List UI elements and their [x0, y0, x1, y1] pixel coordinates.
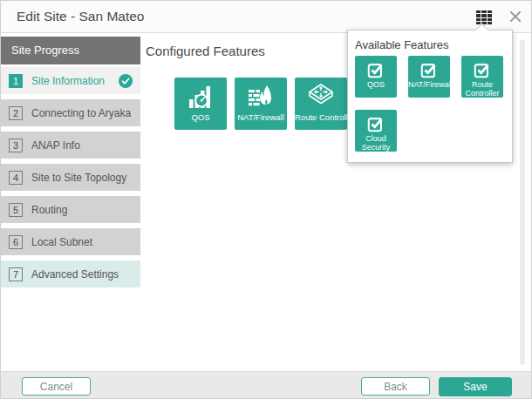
site-progress-header: Site Progress	[1, 37, 140, 64]
firewall-bricks-flame-icon	[244, 81, 277, 112]
close-button[interactable]	[508, 9, 523, 24]
sidebar-item-site-information[interactable]: 1 Site Information	[1, 67, 140, 94]
step-number-badge: 4	[9, 171, 23, 185]
step-completed-check-icon	[119, 74, 133, 88]
qos-bar-chart-gauge-icon	[184, 81, 217, 112]
sidebar-item-anap-info[interactable]: 3 ANAP Info	[1, 132, 140, 159]
edit-site-dialog: Edit Site - San Mateo Site Progress 1 Si…	[0, 0, 532, 399]
configured-features-heading: Configured Features	[146, 44, 265, 58]
sidebar-item-connecting-to-aryaka[interactable]: 2 Connecting to Aryaka	[1, 99, 140, 126]
available-features-popover: Available Features QOS NAT/Firewall Rout…	[347, 30, 513, 163]
sidebar-item-site-to-site-topology[interactable]: 4 Site to Site Topology	[1, 164, 140, 191]
available-feature-nat-firewall[interactable]: NAT/Firewall	[408, 56, 450, 98]
available-feature-cloud-security[interactable]: Cloud Security	[355, 110, 397, 152]
step-number-badge: 7	[9, 267, 23, 281]
configured-feature-qos[interactable]: QOS	[174, 78, 227, 130]
titlebar: Edit Site - San Mateo	[1, 1, 532, 33]
step-label: Site Information	[31, 75, 119, 87]
step-number-badge: 6	[9, 235, 23, 249]
tile-label: Route Controller	[295, 113, 347, 122]
back-button[interactable]: Back	[361, 377, 430, 396]
tile-label: Route Controller	[461, 80, 503, 98]
step-number-badge: 2	[9, 106, 23, 120]
tile-label: NAT/Firewall	[237, 113, 284, 122]
tile-label: NAT/Firewall	[408, 80, 450, 89]
step-label: Routing	[31, 204, 133, 216]
route-controller-diamond-icon	[304, 81, 338, 112]
available-feature-qos[interactable]: QOS	[355, 56, 397, 98]
checkbox-checked-icon	[419, 61, 439, 80]
step-label: Advanced Settings	[31, 268, 133, 281]
tile-label: Cloud Security	[355, 134, 397, 152]
available-feature-route-controller[interactable]: Route Controller	[461, 56, 503, 98]
available-features-heading: Available Features	[355, 38, 448, 51]
step-number-badge: 5	[9, 203, 23, 217]
sidebar-item-local-subnet[interactable]: 6 Local Subnet	[1, 228, 140, 255]
configured-feature-nat-firewall[interactable]: NAT/Firewall	[235, 78, 287, 130]
sidebar-item-routing[interactable]: 5 Routing	[1, 196, 140, 223]
checkbox-checked-icon	[366, 61, 385, 80]
footer-bar: Cancel Back Save	[1, 371, 532, 399]
step-label: ANAP Info	[31, 139, 133, 152]
close-icon	[508, 12, 523, 27]
step-number-badge: 1	[9, 74, 23, 88]
step-label: Connecting to Aryaka	[31, 107, 133, 119]
vertical-scrollbar[interactable]	[520, 39, 525, 365]
tile-label: QOS	[367, 80, 385, 89]
grid-icon	[476, 10, 493, 24]
sidebar-item-advanced-settings[interactable]: 7 Advanced Settings	[1, 260, 140, 287]
dialog-title: Edit Site - San Mateo	[17, 9, 144, 24]
configured-feature-route-controller[interactable]: Route Controller	[295, 78, 347, 130]
checkbox-checked-icon	[366, 115, 385, 134]
save-button[interactable]: Save	[439, 377, 512, 396]
step-label: Local Subnet	[31, 236, 133, 248]
checkbox-checked-icon	[473, 61, 492, 80]
cancel-button[interactable]: Cancel	[22, 377, 91, 396]
tile-label: QOS	[191, 113, 209, 122]
step-number-badge: 3	[9, 139, 23, 152]
step-label: Site to Site Topology	[31, 172, 133, 184]
